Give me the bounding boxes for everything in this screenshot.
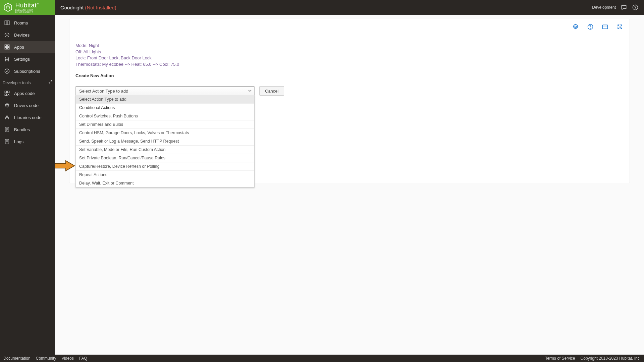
svg-rect-14 xyxy=(5,48,6,49)
svg-point-38 xyxy=(635,8,636,9)
librariescode-icon xyxy=(4,114,10,120)
dropdown-option-switches[interactable]: Control Switches, Push Buttons xyxy=(76,112,254,120)
svg-rect-25 xyxy=(5,94,6,96)
header: Goodnight (Not Installed) Development xyxy=(55,0,644,15)
install-status: (Not Installed) xyxy=(85,5,116,10)
svg-line-44 xyxy=(618,25,620,27)
sidebar-item-bundles[interactable]: Bundles xyxy=(0,123,55,136)
sidebar-item-apps[interactable]: Apps xyxy=(0,41,55,53)
collapse-icon xyxy=(48,80,52,85)
dropdown-option-variable[interactable]: Set Variable, Mode or File, Run Custom A… xyxy=(76,145,254,154)
arrow-annotation-icon xyxy=(55,160,75,171)
sidebar-item-settings[interactable]: Settings xyxy=(0,53,55,65)
appscode-icon xyxy=(4,90,10,96)
developer-tools-label: Developer tools xyxy=(3,81,31,85)
window-icon[interactable] xyxy=(601,23,609,31)
dropdown-option-send[interactable]: Send, Speak or Log a Message, Send HTTP … xyxy=(76,137,254,145)
rule-line: Off: All Lights xyxy=(75,49,624,55)
apps-icon xyxy=(4,44,10,50)
svg-line-45 xyxy=(621,25,622,27)
svg-point-39 xyxy=(575,26,577,28)
dropdown-option-repeat[interactable]: Repeat Actions xyxy=(76,170,254,179)
developer-tools-header[interactable]: Developer tools xyxy=(0,77,55,87)
gear-icon[interactable] xyxy=(572,23,579,31)
sidebar: Hubitat™ ELEVATE YOUR ENVIRONMENT Rooms … xyxy=(0,0,55,362)
brand-sup: ™ xyxy=(37,3,40,6)
select-value: Select Action Type to add xyxy=(79,89,128,94)
chevron-down-icon xyxy=(248,89,252,94)
rooms-icon xyxy=(4,20,10,26)
svg-point-17 xyxy=(5,58,6,59)
footer-link-videos[interactable]: Videos xyxy=(61,356,73,361)
panel: Mode: Night Off: All Lights Lock: Front … xyxy=(69,19,630,183)
svg-marker-0 xyxy=(4,3,12,11)
dropdown-option-hsm[interactable]: Control HSM, Garage Doors, Locks, Valves… xyxy=(76,128,254,137)
sidebar-item-drivers-code[interactable]: Drivers code xyxy=(0,99,55,111)
sidebar-item-subscriptions[interactable]: Subscriptions xyxy=(0,65,55,77)
svg-point-41 xyxy=(590,28,591,29)
svg-rect-23 xyxy=(5,91,6,93)
create-action-heading: Create New Action xyxy=(75,73,624,78)
dropdown-option-capture[interactable]: Capture/Restore, Device Refresh or Polli… xyxy=(76,162,254,170)
panel-tools xyxy=(572,23,624,31)
dev-mode-label: Development xyxy=(592,5,616,10)
dropdown-option-conditional[interactable]: Conditional Actions xyxy=(76,103,254,112)
sidebar-item-label: Logs xyxy=(14,139,23,144)
sidebar-item-label: Libraries code xyxy=(14,115,42,120)
sidebar-item-label: Bundles xyxy=(14,127,30,132)
action-type-select[interactable]: Select Action Type to add xyxy=(75,86,255,96)
sidebar-item-label: Drivers code xyxy=(14,103,39,108)
svg-line-8 xyxy=(5,33,6,34)
bundles-icon xyxy=(4,126,10,133)
footer-link-documentation[interactable]: Documentation xyxy=(3,356,31,361)
rule-summary: Mode: Night Off: All Lights Lock: Front … xyxy=(75,43,624,67)
driverscode-icon xyxy=(4,102,10,108)
footer-link-community[interactable]: Community xyxy=(36,356,56,361)
sidebar-item-devices[interactable]: Devices xyxy=(0,29,55,41)
footer-link-tos[interactable]: Terms of Service xyxy=(545,356,575,361)
footer-link-faq[interactable]: FAQ xyxy=(79,356,87,361)
dropdown-option-private-bool[interactable]: Set Private Boolean, Run/Cancel/Pause Ru… xyxy=(76,154,254,162)
devices-icon xyxy=(4,32,10,38)
logo-text: Hubitat™ ELEVATE YOUR ENVIRONMENT xyxy=(15,2,52,13)
svg-line-11 xyxy=(8,33,9,34)
svg-line-9 xyxy=(8,36,9,37)
logo[interactable]: Hubitat™ ELEVATE YOUR ENVIRONMENT xyxy=(0,0,55,15)
brand-name: Hubitat xyxy=(15,2,37,9)
svg-rect-1 xyxy=(5,21,7,25)
svg-rect-24 xyxy=(8,91,9,93)
dropdown-option-placeholder[interactable]: Select Action Type to add xyxy=(76,95,254,103)
title-text: Goodnight xyxy=(60,5,85,10)
svg-point-19 xyxy=(7,59,8,60)
svg-point-28 xyxy=(6,104,8,106)
footer-right: Terms of Service Copyright 2018-2023 Hub… xyxy=(545,356,641,361)
svg-rect-42 xyxy=(603,25,608,29)
expand-icon[interactable] xyxy=(616,23,624,31)
nav-main: Rooms Devices Apps Settings Subscription… xyxy=(0,15,55,362)
dropdown-option-dimmers[interactable]: Set Dimmers and Bulbs xyxy=(76,120,254,128)
dropdown-option-delay[interactable]: Delay, Wait, Exit or Comment xyxy=(76,179,254,187)
sidebar-item-label: Rooms xyxy=(14,20,28,25)
question-icon[interactable] xyxy=(587,23,594,31)
svg-point-21 xyxy=(8,57,9,58)
logo-hex-icon xyxy=(3,3,13,12)
help-icon[interactable] xyxy=(632,4,639,11)
sidebar-item-logs[interactable]: Logs xyxy=(0,136,55,148)
svg-rect-12 xyxy=(5,45,6,46)
sidebar-item-label: Subscriptions xyxy=(14,69,40,74)
brand-tagline: ELEVATE YOUR ENVIRONMENT xyxy=(15,9,52,13)
footer: Documentation Community Videos FAQ Terms… xyxy=(0,355,644,362)
messages-icon[interactable] xyxy=(621,4,627,11)
main-content: Mode: Night Off: All Lights Lock: Front … xyxy=(55,15,644,355)
sidebar-item-apps-code[interactable]: Apps code xyxy=(0,87,55,99)
action-type-dropdown: Select Action Type to add Conditional Ac… xyxy=(75,95,255,188)
sidebar-item-rooms[interactable]: Rooms xyxy=(0,17,55,29)
subscriptions-icon xyxy=(4,68,10,74)
sidebar-item-libraries-code[interactable]: Libraries code xyxy=(0,111,55,123)
sidebar-item-label: Settings xyxy=(14,57,30,62)
cancel-button[interactable]: Cancel xyxy=(259,86,284,96)
rule-line: Thermostats: My ecobee --> Heat: 65.0 --… xyxy=(75,61,624,67)
logs-icon xyxy=(4,139,10,145)
svg-point-22 xyxy=(5,69,9,73)
action-row: Select Action Type to add Select Action … xyxy=(75,86,624,96)
